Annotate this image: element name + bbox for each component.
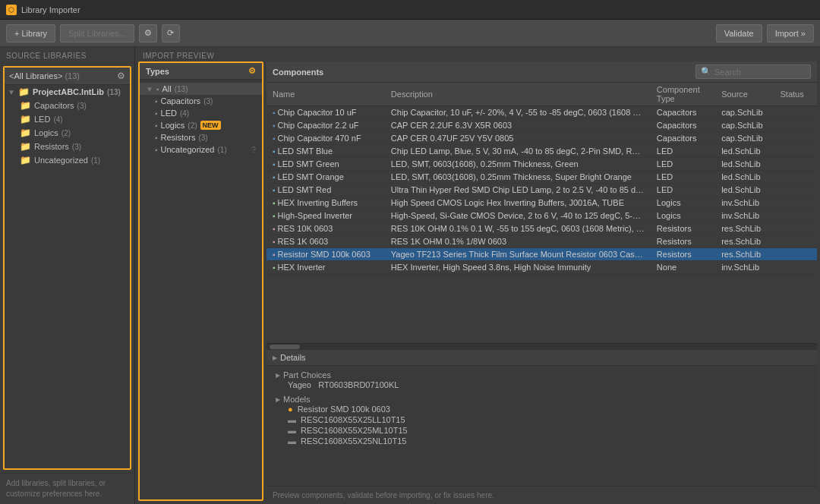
types-title: Types bbox=[146, 67, 169, 76]
table-row[interactable]: ▪LED SMT Red Ultra Thin Hyper Red SMD Ch… bbox=[266, 184, 817, 197]
model-row-2: ▬ RESC1608X55X25ML10T15 bbox=[276, 425, 808, 436]
col-source[interactable]: Source bbox=[715, 83, 774, 106]
comp-icon: ▪ bbox=[273, 109, 276, 117]
table-row[interactable]: ▪HEX Inverting Buffers High Speed CMOS L… bbox=[266, 197, 817, 209]
comp-icon: ▪ bbox=[273, 160, 276, 169]
table-row[interactable]: ▪Chip Capacitor 10 uF Chip Capacitor, 10… bbox=[266, 106, 817, 119]
folder-icon: 📁 bbox=[20, 155, 31, 165]
cell-source: led.SchLib bbox=[715, 158, 774, 171]
table-row[interactable]: ▪Chip Capacitor 470 nF CAP CER 0.47UF 25… bbox=[266, 132, 817, 145]
folder-icon: 📁 bbox=[20, 100, 31, 111]
sidebar-item-led[interactable]: 📁 LED (4) bbox=[5, 112, 130, 126]
type-item-resistors[interactable]: ▪ Resistors (3) bbox=[140, 131, 262, 143]
cell-type: Resistors bbox=[651, 235, 715, 248]
cell-name: ▪Chip Capacitor 470 nF bbox=[266, 132, 385, 145]
cell-name: ▪Resistor SMD 100k 0603 bbox=[266, 248, 385, 261]
cell-name: ▪LED SMT Orange bbox=[266, 171, 385, 184]
cell-name: ▪LED SMT Green bbox=[266, 158, 385, 171]
cell-name: ▪High-Speed Inverter bbox=[266, 209, 385, 222]
type-item-led[interactable]: ▪ LED (4) bbox=[140, 107, 262, 119]
sidebar-item-uncategorized[interactable]: 📁 Uncategorized (1) bbox=[5, 153, 130, 167]
comp-icon: ▪ bbox=[273, 121, 276, 130]
cell-description: CAP CER 0.47UF 25V Y5V 0805 bbox=[385, 132, 651, 145]
components-header: Components 🔍 bbox=[266, 61, 817, 83]
table-row[interactable]: ▪HEX Inverter HEX Inverter, High Speed 3… bbox=[266, 261, 817, 274]
cell-type: LED bbox=[651, 158, 715, 171]
cell-status bbox=[774, 171, 818, 184]
cell-description: RES 10K OHM 0.1% 0.1 W, -55 to 155 degC,… bbox=[385, 222, 651, 235]
col-status[interactable]: Status bbox=[774, 83, 818, 106]
sidebar-item-resistors[interactable]: 📁 Resistors (3) bbox=[5, 140, 130, 153]
cell-status bbox=[774, 248, 818, 261]
type-item-capacitors[interactable]: ▪ Capacitors (3) bbox=[140, 95, 262, 107]
details-header[interactable]: ▶ Details bbox=[266, 350, 817, 366]
table-row[interactable]: ▪LED SMT Blue Chip LED Lamp, Blue, 5 V, … bbox=[266, 145, 817, 158]
folder-icon: 📁 bbox=[20, 141, 31, 152]
model-row-0: ● Resistor SMD 100k 0603 bbox=[276, 404, 808, 414]
table-row[interactable]: ▪RES 10K 0603 RES 10K OHM 0.1% 0.1 W, -5… bbox=[266, 222, 817, 235]
cell-status bbox=[774, 222, 818, 235]
details-arrow: ▶ bbox=[273, 354, 277, 361]
split-libraries-button[interactable]: Split Libraries... bbox=[60, 24, 134, 43]
help-icon[interactable]: ? bbox=[251, 145, 256, 154]
components-title: Components bbox=[273, 68, 689, 77]
cell-source: led.SchLib bbox=[715, 184, 774, 197]
filter-icon[interactable]: ⚙ bbox=[248, 66, 256, 76]
add-library-button[interactable]: + Library bbox=[6, 24, 55, 43]
cell-source: cap.SchLib bbox=[715, 132, 774, 145]
comp-icon: ▪ bbox=[273, 263, 276, 272]
cell-type: Capacitors bbox=[651, 119, 715, 132]
horizontal-scrollbar[interactable] bbox=[266, 343, 817, 349]
table-row[interactable]: ▪Resistor SMD 100k 0603 Yageo TF213 Seri… bbox=[266, 248, 817, 261]
toolbar: + Library Split Libraries... ⚙ ⟳ Validat… bbox=[0, 20, 820, 47]
refresh-button[interactable]: ⟳ bbox=[162, 24, 180, 43]
search-icon: 🔍 bbox=[701, 67, 711, 77]
model-icon-3: ▬ bbox=[288, 436, 296, 446]
table-row[interactable]: ▪LED SMT Orange LED, SMT, 0603(1608), 0.… bbox=[266, 171, 817, 184]
cell-status bbox=[774, 209, 818, 222]
comp-icon: ▪ bbox=[273, 134, 276, 143]
cell-status bbox=[774, 106, 818, 119]
cell-name: ▪HEX Inverter bbox=[266, 261, 385, 274]
col-type[interactable]: Component Type bbox=[651, 83, 715, 106]
comp-icon: ▪ bbox=[273, 186, 276, 194]
type-item-all[interactable]: ▼ ▪ All (13) bbox=[140, 83, 262, 95]
cell-status bbox=[774, 184, 818, 197]
part-choices-title[interactable]: ▶ Part Choices bbox=[276, 370, 808, 380]
cell-status bbox=[774, 197, 818, 209]
sidebar-item-logics[interactable]: 📁 Logics (2) bbox=[5, 126, 130, 140]
cell-status bbox=[774, 145, 818, 158]
cell-source: res.SchLib bbox=[715, 235, 774, 248]
cell-source: inv.SchLib bbox=[715, 209, 774, 222]
type-item-uncategorized[interactable]: ▪ Uncategorized (1) ? bbox=[140, 143, 262, 156]
root-library-item[interactable]: ▼ 📁 ProjectABC.IntLib (13) bbox=[5, 85, 130, 99]
table-row[interactable]: ▪LED SMT Green LED, SMT, 0603(1608), 0.2… bbox=[266, 158, 817, 171]
col-description[interactable]: Description bbox=[385, 83, 651, 106]
models-title[interactable]: ▶ Models bbox=[276, 395, 808, 404]
import-button[interactable]: Import » bbox=[767, 24, 814, 43]
details-panel: ▶ Details ▶ Part Choices Yageo bbox=[266, 349, 817, 486]
cell-status bbox=[774, 132, 818, 145]
folder-icon: 📁 bbox=[20, 114, 31, 124]
type-icon-capacitors: ▪ bbox=[155, 97, 158, 106]
table-row[interactable]: ▪High-Speed Inverter High-Speed, Si-Gate… bbox=[266, 209, 817, 222]
search-input[interactable] bbox=[714, 68, 806, 77]
source-libraries-gear[interactable]: ⚙ bbox=[117, 71, 125, 81]
cell-type: Capacitors bbox=[651, 106, 715, 119]
type-item-logics[interactable]: ▪ Logics (2) NEW bbox=[140, 119, 262, 131]
model-icon-1: ▬ bbox=[288, 415, 296, 424]
comp-icon: ▪ bbox=[273, 147, 276, 156]
table-row[interactable]: ▪RES 1K 0603 RES 1K OHM 0.1% 1/8W 0603 R… bbox=[266, 235, 817, 248]
part-choices-section: ▶ Part Choices Yageo RT0603BRD07100KL bbox=[276, 370, 808, 390]
cell-description: Chip Capacitor, 10 uF, +/- 20%, 4 V, -55… bbox=[385, 106, 651, 119]
app-icon: ⬡ bbox=[6, 5, 17, 15]
cell-name: ▪Chip Capacitor 10 uF bbox=[266, 106, 385, 119]
folder-icon: 📁 bbox=[18, 87, 30, 97]
types-panel-header: Types ⚙ bbox=[140, 63, 262, 80]
settings-button[interactable]: ⚙ bbox=[139, 24, 157, 43]
sidebar-item-capacitors[interactable]: 📁 Capacitors (3) bbox=[5, 99, 130, 112]
validate-button[interactable]: Validate bbox=[716, 24, 762, 43]
table-row[interactable]: ▪Chip Capacitor 2.2 uF CAP CER 2.2UF 6.3… bbox=[266, 119, 817, 132]
col-name[interactable]: Name bbox=[266, 83, 385, 106]
cell-name: ▪LED SMT Blue bbox=[266, 145, 385, 158]
